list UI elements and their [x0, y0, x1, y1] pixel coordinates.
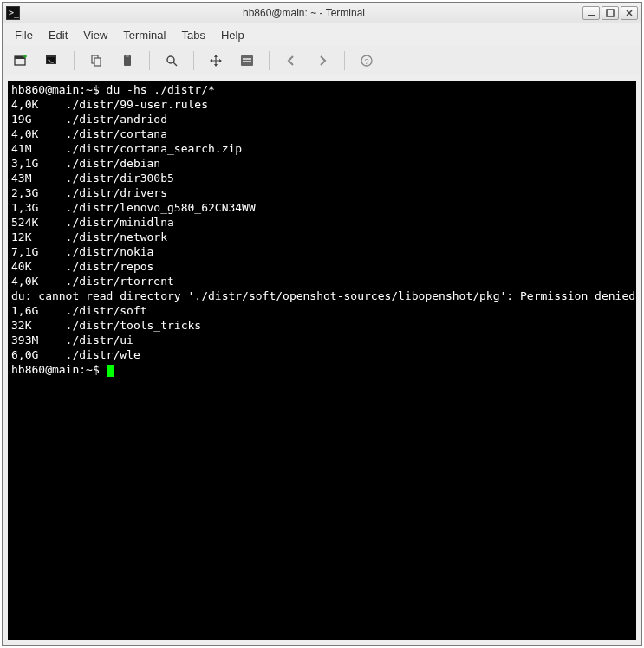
terminal-line: 43M ./distr/dir300b5 — [11, 171, 633, 185]
forward-button[interactable] — [309, 49, 335, 72]
menu-terminal[interactable]: Terminal — [116, 26, 172, 44]
terminal-line: 41M ./distr/cortana_search.zip — [11, 141, 633, 156]
new-tab-button[interactable] — [8, 49, 34, 72]
window-controls — [582, 6, 638, 20]
back-button[interactable] — [278, 49, 304, 72]
toolbar-separator — [269, 51, 270, 70]
terminal-app-icon: >_ — [6, 6, 20, 20]
terminal-line: 1,3G ./distr/lenovo_g580_62CN34WW — [11, 200, 633, 215]
terminal-line: 12K ./distr/network — [11, 230, 633, 244]
svg-rect-4 — [607, 10, 614, 16]
terminal-line: 6,0G ./distr/wle — [11, 347, 633, 362]
terminal-cursor — [107, 365, 114, 377]
fullscreen-button[interactable] — [203, 49, 229, 72]
menubar: File Edit View Terminal Tabs Help — [3, 23, 641, 46]
svg-text:?: ? — [364, 57, 368, 66]
menu-help[interactable]: Help — [214, 26, 251, 44]
svg-text:>_: >_ — [9, 8, 20, 18]
terminal-line: 1,6G ./distr/soft — [11, 303, 633, 318]
toolbar-separator — [193, 51, 194, 70]
svg-point-14 — [167, 56, 174, 63]
terminal-line: hb860@main:~$ du -hs ./distr/* — [11, 82, 633, 97]
terminal-line: 4,0K ./distr/99-user.rules — [11, 97, 633, 112]
menu-tabs[interactable]: Tabs — [174, 26, 211, 44]
copy-button[interactable] — [83, 49, 109, 72]
help-button[interactable]: ? — [354, 49, 380, 72]
terminal-line: 3,1G ./distr/debian — [11, 156, 633, 171]
minimize-button[interactable] — [582, 6, 600, 20]
terminal-line: 2,3G ./distr/drivers — [11, 185, 633, 200]
close-button[interactable] — [621, 6, 638, 20]
toolbar: >_ ? — [3, 46, 641, 75]
paste-button[interactable] — [114, 49, 140, 72]
terminal-line: 524K ./distr/minidlna — [11, 215, 633, 230]
svg-rect-3 — [588, 15, 595, 16]
terminal-line: 4,0K ./distr/rtorrent — [11, 274, 633, 288]
titlebar[interactable]: >_ hb860@main: ~ - Terminal — [3, 3, 641, 23]
terminal-output[interactable]: hb860@main:~$ du -hs ./distr/*4,0K ./dis… — [8, 81, 636, 640]
menu-edit[interactable]: Edit — [42, 26, 75, 44]
terminal-line: 40K ./distr/repos — [11, 259, 633, 274]
terminal-line: hb860@main:~$ — [11, 362, 633, 377]
application-window: >_ hb860@main: ~ - Terminal File Edit Vi… — [2, 2, 642, 646]
menu-file[interactable]: File — [8, 26, 40, 44]
window-title: hb860@main: ~ - Terminal — [25, 7, 582, 19]
svg-text:>_: >_ — [48, 58, 55, 63]
maximize-button[interactable] — [602, 6, 619, 20]
terminal-line: 7,1G ./distr/nokia — [11, 244, 633, 259]
toolbar-separator — [149, 51, 150, 70]
preferences-button[interactable] — [234, 49, 260, 72]
terminal-line: du: cannot read directory './distr/soft/… — [11, 288, 633, 303]
toolbar-separator — [344, 51, 345, 70]
toolbar-separator — [74, 51, 75, 70]
terminal-line: 19G ./distr/andriod — [11, 112, 633, 126]
svg-rect-11 — [94, 58, 101, 66]
terminal-line: 32K ./distr/tools_tricks — [11, 318, 633, 333]
menu-view[interactable]: View — [76, 26, 114, 44]
svg-rect-13 — [126, 55, 129, 57]
terminal-line: 4,0K ./distr/cortana — [11, 126, 633, 141]
svg-rect-16 — [243, 58, 251, 60]
terminal-line: 393M ./distr/ui — [11, 333, 633, 347]
svg-rect-17 — [243, 61, 251, 62]
search-button[interactable] — [159, 49, 185, 72]
terminal-container: hb860@main:~$ du -hs ./distr/*4,0K ./dis… — [3, 75, 641, 645]
new-window-button[interactable]: >_ — [39, 49, 65, 72]
